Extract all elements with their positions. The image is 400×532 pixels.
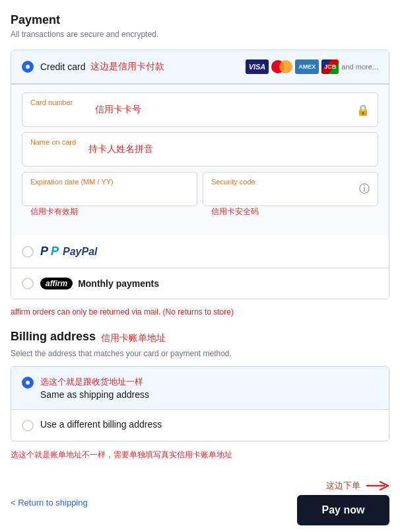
paypal-text: PayPal [63,246,97,258]
different-billing-label: Use a different billing address [40,419,162,430]
name-annotation: 持卡人姓名拼音 [88,143,153,155]
card-logos: VISA AMEX JCB and more... [246,59,378,74]
name-on-card-field[interactable]: Name on card 持卡人姓名拼音 [22,132,378,167]
card-number-label: Card number [30,98,73,106]
expiration-label: Expiration date (MM / YY) [30,178,114,186]
different-billing-radio[interactable] [22,420,34,432]
billing-section: Billing address 信用卡账单地址 Select the addre… [11,330,389,525]
credit-card-radio[interactable] [22,61,34,73]
card-number-field[interactable]: Card number 🔒 信用卡卡号 [22,93,378,127]
card-number-annotation: 信用卡卡号 [95,104,141,116]
expiry-security-row: Expiration date (MM / YY) 信用卡有效期 Securit… [22,172,378,211]
payment-options-box: Credit card 这边是信用卡付款 VISA AMEX JCB and m… [11,50,389,299]
name-on-card-input[interactable] [30,139,370,159]
same-as-shipping-option[interactable]: 选这个就是跟收货地址一样 Same as shipping address [11,367,389,410]
help-icon: ⓘ [359,182,370,196]
billing-subtitle: Select the address that matches your car… [11,349,389,358]
lock-icon: 🔒 [356,104,370,116]
paypal-p-light: P [51,245,59,258]
footer-row: < Return to shipping 这边下单 Pay now [11,474,389,525]
visa-logo: VISA [246,59,269,74]
security-code-label: Security code [211,178,255,186]
jcb-logo: JCB [321,59,339,74]
affirm-option[interactable]: affirm Monthly payments [11,268,389,299]
arrow-icon [366,479,389,492]
payment-subtitle: All transactions are secure and encrypte… [11,30,389,39]
and-more-text: and more... [341,63,378,71]
credit-card-fields: Card number 🔒 信用卡卡号 Name on card 持卡人姓名拼音… [11,84,389,235]
credit-card-option[interactable]: Credit card 这边是信用卡付款 VISA AMEX JCB and m… [11,50,389,84]
credit-card-annotation: 这边是信用卡付款 [90,61,164,73]
billing-title: Billing address [11,330,96,344]
expiration-annotation: 信用卡有效期 [30,206,78,217]
card-number-input[interactable] [30,100,356,120]
paypal-logo: P P PayPal [40,245,98,258]
security-annotation: 信用卡安全码 [211,206,259,217]
affirm-radio[interactable] [22,278,34,289]
affirm-logo: affirm Monthly payments [40,278,159,289]
return-to-shipping-link[interactable]: < Return to shipping [11,498,88,508]
expiration-field[interactable]: Expiration date (MM / YY) 信用卡有效期 [22,172,197,206]
mastercard-logo [271,60,292,73]
pay-now-annotation: 这边下单 [326,480,360,492]
paypal-option[interactable]: P P PayPal [11,235,389,268]
paypal-p-blue: P [40,245,48,258]
same-shipping-radio[interactable] [22,377,34,389]
affirm-badge: affirm [40,278,73,289]
credit-card-label: Credit card [40,61,85,72]
paypal-radio[interactable] [22,246,34,258]
billing-title-annotation: 信用卡账单地址 [101,332,166,344]
name-on-card-label: Name on card [30,138,76,146]
amex-logo: AMEX [295,59,319,74]
billing-options-box: 选这个就是跟收货地址一样 Same as shipping address Us… [11,366,389,441]
same-shipping-label: Same as shipping address [40,389,149,400]
affirm-warning: affirm orders can only be returned via m… [11,307,389,317]
pay-now-button[interactable]: Pay now [297,495,389,525]
affirm-monthly-text: Monthly payments [78,278,159,289]
different-billing-option[interactable]: Use a different billing address [11,410,389,441]
same-shipping-annotation: 选这个就是跟收货地址一样 [40,376,149,388]
different-billing-annotation: 选这个就是账单地址不一样，需要单独填写真实信用卡账单地址 [11,449,389,461]
security-code-field[interactable]: Security code ⓘ 信用卡安全码 [203,172,378,206]
payment-title: Payment [11,13,389,27]
